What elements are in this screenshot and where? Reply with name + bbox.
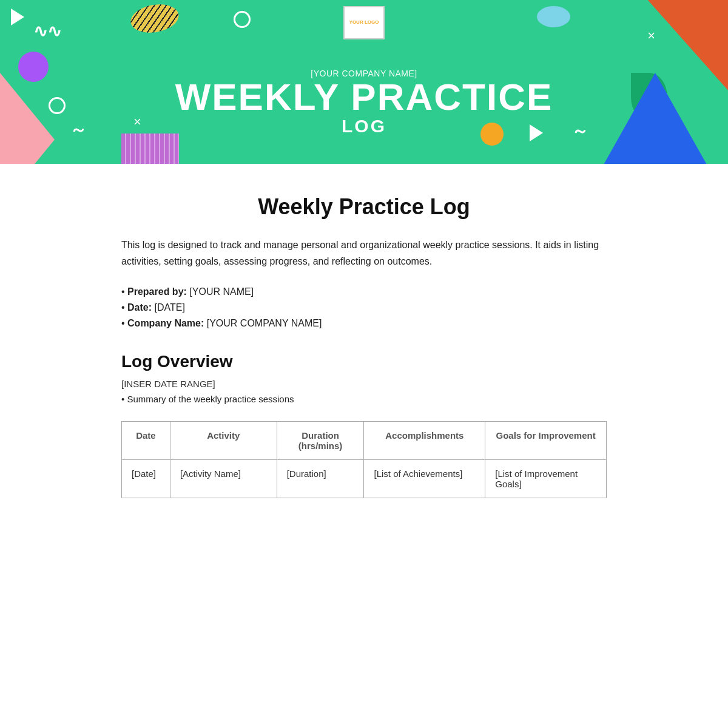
header-title: WEEKLY PRACTICE: [175, 78, 553, 116]
td-goals: [List of Improvement Goals]: [485, 460, 607, 498]
page-header: ∿∿ × ～ YOUR LOGO × ～ [YOUR COMPANY NAME]…: [0, 0, 728, 164]
table-header-row: Date Activity Duration (hrs/mins) Accomp…: [122, 422, 607, 460]
striped-oval: [129, 1, 181, 36]
squiggle-bottom: ～: [571, 120, 588, 143]
th-accomplishments: Accomplishments: [364, 422, 485, 460]
meta-prepared-by: Prepared by: [YOUR NAME]: [121, 286, 607, 297]
x-mark-left: ×: [133, 115, 141, 129]
meta-company: Company Name: [YOUR COMPANY NAME]: [121, 318, 607, 329]
table-row: [Date][Activity Name][Duration][List of …: [122, 460, 607, 498]
logo-box: YOUR LOGO: [343, 6, 385, 39]
squiggle-left: ∿∿: [33, 21, 61, 41]
th-goals: Goals for Improvement: [485, 422, 607, 460]
orange-circle-bottom: [480, 123, 504, 146]
meta-list: Prepared by: [YOUR NAME] Date: [DATE] Co…: [121, 286, 607, 329]
date-label: Date:: [127, 302, 152, 313]
play-icon-left: [11, 8, 24, 25]
triangle-left: [0, 73, 55, 164]
th-date: Date: [122, 422, 170, 460]
td-activity: [Activity Name]: [170, 460, 277, 498]
summary-bullet: Summary of the weekly practice sessions: [121, 394, 607, 404]
header-subtitle: LOG: [342, 116, 386, 137]
date-value: [DATE]: [155, 302, 185, 313]
log-table: Date Activity Duration (hrs/mins) Accomp…: [121, 421, 607, 498]
td-date: [Date]: [122, 460, 170, 498]
th-duration: Duration (hrs/mins): [277, 422, 364, 460]
company-label: Company Name:: [127, 318, 204, 328]
td-duration: [Duration]: [277, 460, 364, 498]
logo-text: YOUR LOGO: [349, 19, 379, 25]
lightblue-blob: [537, 6, 570, 27]
prepared-by-value: [YOUR NAME]: [189, 286, 254, 297]
play-icon-right: [530, 124, 543, 141]
overview-section-title: Log Overview: [121, 352, 607, 371]
squiggle-left2: ～: [70, 118, 87, 141]
page-description: This log is designed to track and manage…: [121, 237, 607, 269]
prepared-by-label: Prepared by:: [127, 286, 187, 297]
page-title: Weekly Practice Log: [121, 194, 607, 220]
date-range: [INSER DATE RANGE]: [121, 379, 607, 389]
meta-date: Date: [DATE]: [121, 302, 607, 313]
circle-outline-top: [234, 11, 251, 28]
company-value: [YOUR COMPANY NAME]: [207, 318, 322, 328]
td-accomplishments: [List of Achievements]: [364, 460, 485, 498]
bars-rectangle: [121, 134, 179, 164]
triangle-blue: [601, 73, 710, 164]
main-content: Weekly Practice Log This log is designed…: [73, 164, 655, 535]
th-activity: Activity: [170, 422, 277, 460]
